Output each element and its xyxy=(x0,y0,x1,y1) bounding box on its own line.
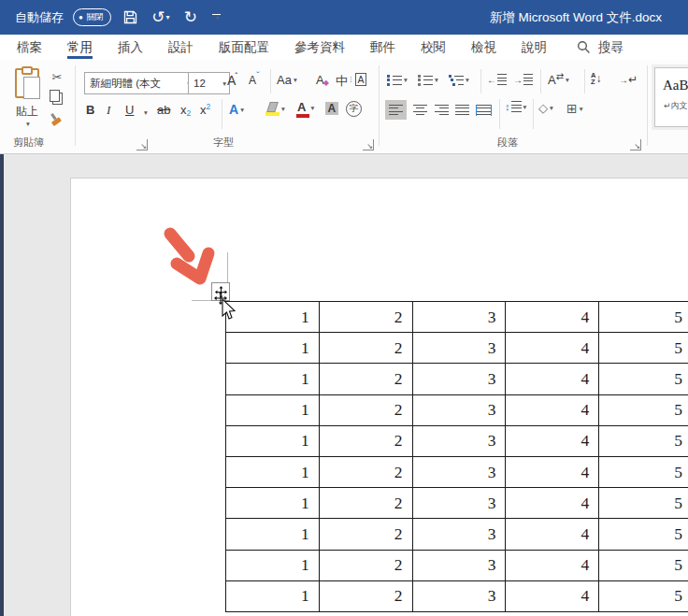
line-spacing-button[interactable]: ↕ ▾ xyxy=(505,101,526,112)
table-cell[interactable]: 3 xyxy=(412,551,506,581)
tab-home[interactable]: 常用 xyxy=(67,35,93,60)
table-cell[interactable]: 3 xyxy=(412,488,506,519)
text-highlight-button[interactable]: ▾ xyxy=(265,102,285,116)
table-cell[interactable]: 3 xyxy=(412,581,506,612)
paragraph-dialog-launcher[interactable]: ↘ xyxy=(630,139,641,150)
bold-button[interactable]: B xyxy=(86,103,94,117)
font-size-combo[interactable]: 12 ▾ xyxy=(188,72,230,94)
table-cell[interactable]: 4 xyxy=(505,395,598,426)
enclose-characters-button[interactable]: A xyxy=(355,73,366,86)
table-cell[interactable]: 5 xyxy=(598,551,688,581)
underline-dropdown-icon[interactable]: ▾ xyxy=(144,108,148,117)
tab-file[interactable]: 檔案 xyxy=(17,35,42,60)
search-box[interactable]: 搜尋 xyxy=(577,35,624,60)
decrease-indent-button[interactable]: ← xyxy=(487,74,507,85)
strikethrough-button[interactable]: ab xyxy=(157,103,170,117)
change-case-button[interactable]: Aa ▾ xyxy=(277,73,297,87)
table-cell[interactable]: 4 xyxy=(505,364,598,394)
table-cell[interactable]: 1 xyxy=(225,519,319,550)
table-cell[interactable]: 2 xyxy=(319,519,412,550)
font-name-combo[interactable]: 新細明體 (本文 ▾ xyxy=(84,72,194,94)
copy-button[interactable] xyxy=(47,89,67,108)
underline-button[interactable]: U xyxy=(125,103,134,117)
bullets-button[interactable]: ▾ xyxy=(387,74,408,86)
asian-layout-button[interactable]: A ⇄ ▾ xyxy=(548,73,569,87)
increase-indent-button[interactable]: → xyxy=(513,74,533,85)
tab-references[interactable]: 參考資料 xyxy=(294,35,345,60)
autosave-toggle[interactable]: ● 關閉 xyxy=(73,8,111,26)
table-cell[interactable]: 1 xyxy=(225,364,319,394)
table-cell[interactable]: 1 xyxy=(225,395,319,426)
enclose-character-button[interactable]: 字 xyxy=(346,101,362,117)
grow-font-button[interactable]: A ˆ xyxy=(227,73,237,88)
table-cell[interactable]: 4 xyxy=(505,457,598,488)
table-cell[interactable]: 1 xyxy=(225,551,319,581)
table-move-handle[interactable] xyxy=(211,282,230,301)
table-cell[interactable]: 2 xyxy=(319,426,412,457)
font-color-button[interactable]: A ▾ xyxy=(297,102,314,113)
table-cell[interactable]: 1 xyxy=(225,457,319,488)
text-effects-button[interactable]: A ▾ xyxy=(229,102,244,117)
table-cell[interactable]: 2 xyxy=(319,364,412,394)
subscript-button[interactable]: x 2 xyxy=(180,103,191,117)
tab-layout[interactable]: 版面配置 xyxy=(219,35,269,60)
table-cell[interactable]: 3 xyxy=(412,364,506,394)
italic-button[interactable]: I xyxy=(107,103,110,118)
undo-button[interactable]: ↺ ▾ xyxy=(150,6,171,30)
phonetic-guide-button[interactable]: 中 ⋮ xyxy=(336,73,354,90)
table-cell[interactable]: 1 xyxy=(225,333,319,364)
character-shading-button[interactable]: A xyxy=(325,102,338,115)
table-cell[interactable]: 3 xyxy=(412,302,506,333)
table-cell[interactable]: 4 xyxy=(505,519,598,550)
table-cell[interactable]: 2 xyxy=(319,551,412,581)
paste-button[interactable]: 貼上 ▾ xyxy=(9,66,45,145)
table-cell[interactable]: 4 xyxy=(505,302,598,333)
distribute-button[interactable] xyxy=(472,100,494,120)
table-cell[interactable]: 3 xyxy=(412,426,506,457)
show-marks-button[interactable]: → ↵ xyxy=(619,73,638,86)
table-cell[interactable]: 3 xyxy=(412,395,506,426)
tab-help[interactable]: 說明 xyxy=(522,35,547,60)
borders-button[interactable]: ⊞ ▾ xyxy=(566,101,583,116)
table-cell[interactable]: 4 xyxy=(505,581,598,612)
table-cell[interactable]: 3 xyxy=(412,457,506,488)
tab-insert[interactable]: 插入 xyxy=(118,35,143,60)
table-cell[interactable]: 4 xyxy=(505,333,598,364)
table-cell[interactable]: 5 xyxy=(598,364,688,394)
customize-quick-access-button[interactable]: ▾ xyxy=(212,14,221,21)
table-cell[interactable]: 1 xyxy=(225,488,319,519)
table-cell[interactable]: 5 xyxy=(598,395,688,426)
shrink-font-button[interactable]: A ˇ xyxy=(249,74,260,87)
table-cell[interactable]: 2 xyxy=(319,333,412,364)
table-cell[interactable]: 2 xyxy=(319,488,412,519)
table-cell[interactable]: 2 xyxy=(319,302,412,333)
multilevel-list-button[interactable]: ▾ xyxy=(449,74,469,86)
align-left-button[interactable] xyxy=(385,100,407,120)
save-button[interactable] xyxy=(121,6,141,30)
table-cell[interactable]: 2 xyxy=(319,581,412,612)
clear-formatting-button[interactable]: A ◆ xyxy=(316,73,329,87)
shading-button[interactable]: ◇ ▾ xyxy=(538,101,553,115)
table-cell[interactable]: 5 xyxy=(598,488,688,519)
style-normal-card[interactable]: AaB ↵內文 xyxy=(654,67,688,127)
table-cell[interactable]: 5 xyxy=(598,457,688,488)
cut-button[interactable]: ✂ xyxy=(47,67,67,87)
numbering-button[interactable]: ▾ xyxy=(418,74,438,86)
table-cell[interactable]: 2 xyxy=(319,395,412,426)
table-cell[interactable]: 5 xyxy=(598,519,688,550)
sort-button[interactable]: AZ ↓ xyxy=(591,72,601,85)
table-cell[interactable]: 5 xyxy=(598,426,688,457)
format-painter-button[interactable] xyxy=(45,109,65,129)
table-cell[interactable]: 5 xyxy=(598,581,688,612)
table-cell[interactable]: 1 xyxy=(225,302,319,333)
table-cell[interactable]: 5 xyxy=(598,302,688,333)
tab-review[interactable]: 校閱 xyxy=(421,35,446,60)
tab-mailings[interactable]: 郵件 xyxy=(370,35,395,60)
table-cell[interactable]: 3 xyxy=(412,519,506,550)
align-center-button[interactable] xyxy=(409,100,431,120)
redo-button[interactable]: ↻ xyxy=(180,6,201,30)
table-cell[interactable]: 2 xyxy=(319,457,412,488)
tab-design[interactable]: 設計 xyxy=(168,35,194,60)
tab-view[interactable]: 檢視 xyxy=(471,35,496,60)
clipboard-dialog-launcher[interactable]: ↘ xyxy=(136,139,148,150)
